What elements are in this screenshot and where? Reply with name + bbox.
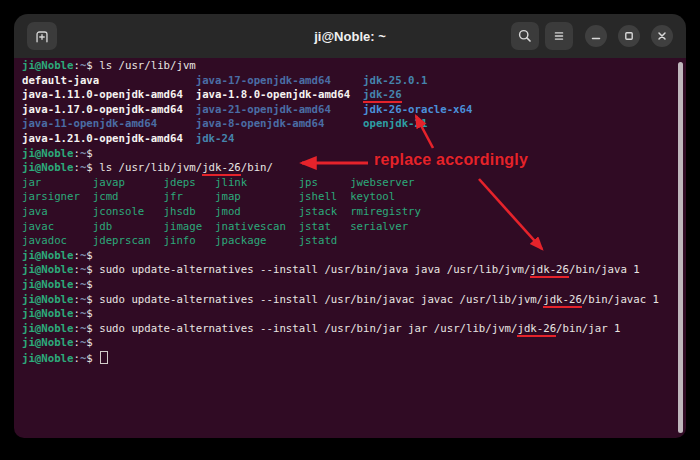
terminal-text-segment: ji@Noble xyxy=(22,278,73,291)
terminal-text-segment: /bin/java 1 xyxy=(569,263,640,276)
terminal-text-segment: $ xyxy=(86,278,99,291)
hamburger-icon xyxy=(550,27,568,45)
terminal-text-segment: /bin/ xyxy=(241,161,273,174)
terminal-text-segment: /bin/jar 1 xyxy=(556,322,620,335)
terminal-line: ji@Noble:~$ sudo update-alternatives --i… xyxy=(22,293,672,308)
terminal-line: ji@Noble:~$ sudo update-alternatives --i… xyxy=(22,322,672,337)
terminal-text-segment: ls /usr/lib/jvm xyxy=(99,59,196,72)
terminal-text-segment: $ xyxy=(86,352,99,365)
terminal-text-segment: java-17-openjdk-amd64 xyxy=(196,74,363,87)
terminal-text-segment: /bin/javac 1 xyxy=(582,293,659,306)
close-icon xyxy=(654,28,670,44)
terminal-text-segment: javac jdb jimage jnativescan jstat seria… xyxy=(22,220,408,233)
terminal-line: java-1.11.0-openjdk-amd64 java-1.8.0-ope… xyxy=(22,88,672,103)
terminal-lines: ji@Noble:~$ ls /usr/lib/jvmdefault-java … xyxy=(22,59,672,365)
terminal-text-segment: default-java xyxy=(22,74,196,87)
search-button[interactable] xyxy=(511,22,539,50)
terminal-text-segment: jdk-26-oracle-x64 xyxy=(363,103,472,116)
terminal-line: ji@Noble:~$ xyxy=(22,336,672,351)
maximize-icon xyxy=(621,28,637,44)
minimize-button[interactable] xyxy=(585,25,607,47)
terminal-text-segment: jar javap jdeps jlink jps jwebserver xyxy=(22,176,415,189)
terminal-text-segment: javadoc jdeprscan jinfo jpackage jstatd xyxy=(22,234,337,247)
terminal-text-segment: ji@Noble xyxy=(22,161,73,174)
scrollbar-thumb[interactable] xyxy=(678,62,683,433)
terminal-text-segment: $ xyxy=(86,263,99,276)
terminal-text-segment: java-21-openjdk-amd64 xyxy=(196,103,363,116)
terminal-window: ji@Noble: ~ xyxy=(14,14,686,438)
minimize-icon xyxy=(588,28,604,44)
terminal-text-segment: jdk-25.0.1 xyxy=(363,74,427,87)
close-button[interactable] xyxy=(651,25,673,47)
terminal-line: javadoc jdeprscan jinfo jpackage jstatd xyxy=(22,234,672,249)
terminal-text-segment: $ xyxy=(86,336,99,349)
terminal-text-segment: $ xyxy=(86,161,99,174)
terminal-text-segment: sudo update-alternatives --install /usr/… xyxy=(99,293,543,306)
terminal-text-segment: ji@Noble xyxy=(22,293,73,306)
new-tab-icon xyxy=(33,27,51,45)
maximize-button[interactable] xyxy=(618,25,640,47)
terminal-line: java jconsole jhsdb jmod jstack rmiregis… xyxy=(22,205,672,220)
terminal-text-segment: $ xyxy=(86,307,99,320)
terminal-line: jarsigner jcmd jfr jmap jshell keytool xyxy=(22,190,672,205)
terminal-text-segment: $ xyxy=(86,322,99,335)
terminal-viewport[interactable]: ji@Noble:~$ ls /usr/lib/jvmdefault-java … xyxy=(14,58,686,438)
terminal-text-segment: ji@Noble xyxy=(22,59,73,72)
terminal-text-segment: jdk-26 xyxy=(517,322,556,337)
terminal-text-segment: $ xyxy=(86,249,99,262)
terminal-line: jar javap jdeps jlink jps jwebserver xyxy=(22,176,672,191)
terminal-text-segment: java-1.21.0-openjdk-amd64 xyxy=(22,132,196,145)
terminal-line: ji@Noble:~$ sudo update-alternatives --i… xyxy=(22,263,672,278)
terminal-text-segment: jdk-24 xyxy=(196,132,235,145)
terminal-text-segment: jarsigner jcmd jfr jmap jshell keytool xyxy=(22,190,395,203)
terminal-line: java-1.17.0-openjdk-amd64 java-21-openjd… xyxy=(22,103,672,118)
terminal-text-segment: java-8-openjdk-amd64 xyxy=(196,117,363,130)
terminal-text-segment: jdk-26 xyxy=(543,293,582,308)
terminal-text-segment: $ xyxy=(86,147,99,160)
terminal-line: ji@Noble:~$ ls /usr/lib/jvm xyxy=(22,59,672,74)
terminal-text-segment: ji@Noble xyxy=(22,263,73,276)
terminal-text-segment: jdk-26 xyxy=(363,88,402,103)
terminal-line: ji@Noble:~$ xyxy=(22,278,672,293)
terminal-text-segment: openjdk-21 xyxy=(363,117,427,130)
terminal-text-segment: ji@Noble xyxy=(22,336,73,349)
menu-button[interactable] xyxy=(545,22,573,50)
terminal-text-segment: java-1.8.0-openjdk-amd64 xyxy=(196,88,363,101)
terminal-line: ji@Noble:~$ ls /usr/lib/jvm/jdk-26/bin/ xyxy=(22,161,672,176)
terminal-text-segment: java jconsole jhsdb jmod jstack rmiregis… xyxy=(22,205,421,218)
search-icon xyxy=(516,27,534,45)
terminal-line: java-11-openjdk-amd64 java-8-openjdk-amd… xyxy=(22,117,672,132)
terminal-line: java-1.21.0-openjdk-amd64 jdk-24 xyxy=(22,132,672,147)
terminal-text-segment: ji@Noble xyxy=(22,147,73,160)
terminal-text-segment: jdk-26 xyxy=(530,263,569,278)
terminal-text-segment: sudo update-alternatives --install /usr/… xyxy=(99,263,530,276)
terminal-text-segment: sudo update-alternatives --install /usr/… xyxy=(99,322,517,335)
terminal-line: ji@Noble:~$ xyxy=(22,147,672,162)
terminal-cursor xyxy=(100,351,108,364)
terminal-text-segment: ji@Noble xyxy=(22,249,73,262)
terminal-line: ji@Noble:~$ xyxy=(22,249,672,264)
terminal-text-segment: ji@Noble xyxy=(22,307,73,320)
terminal-text-segment: jdk-26 xyxy=(202,161,241,176)
titlebar[interactable]: ji@Noble: ~ xyxy=(14,14,686,58)
new-tab-button[interactable] xyxy=(27,22,57,50)
terminal-text-segment: ji@Noble xyxy=(22,352,73,365)
terminal-line: ji@Noble:~$ xyxy=(22,351,672,366)
terminal-line: ji@Noble:~$ xyxy=(22,307,672,322)
terminal-text-segment: $ xyxy=(86,293,99,306)
terminal-text-segment: java-1.17.0-openjdk-amd64 xyxy=(22,103,196,116)
terminal-text-segment: java-11-openjdk-amd64 xyxy=(22,117,196,130)
terminal-line: javac jdb jimage jnativescan jstat seria… xyxy=(22,220,672,235)
terminal-text-segment: ji@Noble xyxy=(22,322,73,335)
terminal-text-segment: ls /usr/lib/jvm/ xyxy=(99,161,202,174)
terminal-line: default-java java-17-openjdk-amd64 jdk-2… xyxy=(22,74,672,89)
terminal-text-segment: $ xyxy=(86,59,99,72)
terminal-text-segment: java-1.11.0-openjdk-amd64 xyxy=(22,88,196,101)
